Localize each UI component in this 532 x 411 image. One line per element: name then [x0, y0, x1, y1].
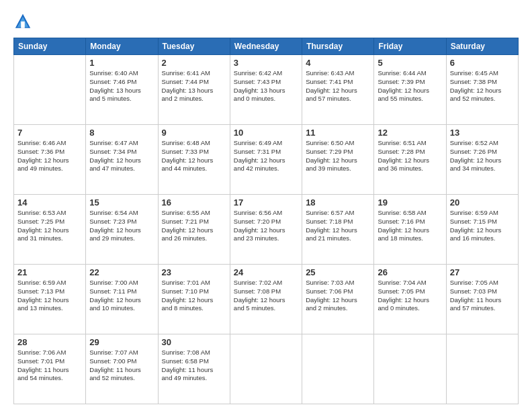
logo-icon	[13, 12, 32, 31]
header	[13, 12, 519, 31]
cell-content: Sunrise: 6:55 AM Sunset: 7:21 PM Dayligh…	[162, 209, 226, 243]
day-number: 30	[162, 337, 226, 347]
day-number: 6	[450, 58, 515, 68]
calendar-cell: 21Sunrise: 6:59 AM Sunset: 7:13 PM Dayli…	[14, 265, 86, 334]
calendar-cell	[374, 334, 446, 404]
weekday-header-friday: Friday	[374, 38, 446, 55]
cell-content: Sunrise: 6:56 AM Sunset: 7:20 PM Dayligh…	[234, 209, 298, 243]
week-row-5: 28Sunrise: 7:06 AM Sunset: 7:01 PM Dayli…	[14, 334, 519, 404]
week-row-2: 7Sunrise: 6:46 AM Sunset: 7:36 PM Daylig…	[14, 125, 519, 195]
cell-content: Sunrise: 7:05 AM Sunset: 7:03 PM Dayligh…	[450, 279, 515, 313]
weekday-header-sunday: Sunday	[14, 38, 86, 55]
cell-content: Sunrise: 6:54 AM Sunset: 7:23 PM Dayligh…	[89, 209, 154, 243]
cell-content: Sunrise: 6:40 AM Sunset: 7:46 PM Dayligh…	[89, 69, 154, 103]
logo	[13, 12, 35, 31]
day-number: 25	[306, 267, 370, 277]
calendar-cell: 26Sunrise: 7:04 AM Sunset: 7:05 PM Dayli…	[374, 265, 446, 334]
day-number: 20	[450, 197, 515, 208]
calendar-cell	[446, 334, 518, 404]
cell-content: Sunrise: 6:41 AM Sunset: 7:44 PM Dayligh…	[162, 69, 226, 103]
cell-content: Sunrise: 6:50 AM Sunset: 7:29 PM Dayligh…	[306, 139, 370, 173]
svg-rect-2	[21, 21, 25, 28]
calendar-cell: 7Sunrise: 6:46 AM Sunset: 7:36 PM Daylig…	[14, 125, 86, 195]
cell-content: Sunrise: 6:45 AM Sunset: 7:38 PM Dayligh…	[450, 69, 515, 103]
calendar-cell	[230, 334, 302, 404]
day-number: 3	[234, 58, 298, 68]
day-number: 28	[17, 337, 82, 347]
weekday-header-tuesday: Tuesday	[158, 38, 230, 55]
calendar-cell	[14, 55, 86, 125]
cell-content: Sunrise: 6:59 AM Sunset: 7:13 PM Dayligh…	[17, 279, 82, 313]
cell-content: Sunrise: 7:03 AM Sunset: 7:06 PM Dayligh…	[306, 279, 370, 313]
calendar-cell: 19Sunrise: 6:58 AM Sunset: 7:16 PM Dayli…	[374, 195, 446, 265]
cell-content: Sunrise: 6:59 AM Sunset: 7:15 PM Dayligh…	[450, 209, 515, 243]
week-row-1: 1Sunrise: 6:40 AM Sunset: 7:46 PM Daylig…	[14, 55, 519, 125]
day-number: 5	[378, 58, 442, 68]
day-number: 2	[162, 58, 226, 68]
calendar-cell: 6Sunrise: 6:45 AM Sunset: 7:38 PM Daylig…	[446, 55, 518, 125]
calendar-cell: 2Sunrise: 6:41 AM Sunset: 7:44 PM Daylig…	[158, 55, 230, 125]
calendar-cell: 5Sunrise: 6:44 AM Sunset: 7:39 PM Daylig…	[374, 55, 446, 125]
calendar-cell: 4Sunrise: 6:43 AM Sunset: 7:41 PM Daylig…	[302, 55, 374, 125]
calendar-cell: 18Sunrise: 6:57 AM Sunset: 7:18 PM Dayli…	[302, 195, 374, 265]
day-number: 13	[450, 128, 515, 138]
calendar-cell	[302, 334, 374, 404]
calendar-cell: 15Sunrise: 6:54 AM Sunset: 7:23 PM Dayli…	[86, 195, 158, 265]
cell-content: Sunrise: 7:07 AM Sunset: 7:00 PM Dayligh…	[89, 349, 154, 383]
day-number: 10	[234, 128, 298, 138]
calendar-cell: 8Sunrise: 6:47 AM Sunset: 7:34 PM Daylig…	[86, 125, 158, 195]
cell-content: Sunrise: 6:43 AM Sunset: 7:41 PM Dayligh…	[306, 69, 370, 103]
calendar-cell: 12Sunrise: 6:51 AM Sunset: 7:28 PM Dayli…	[374, 125, 446, 195]
cell-content: Sunrise: 6:51 AM Sunset: 7:28 PM Dayligh…	[378, 139, 442, 173]
calendar-cell: 1Sunrise: 6:40 AM Sunset: 7:46 PM Daylig…	[86, 55, 158, 125]
calendar-cell: 29Sunrise: 7:07 AM Sunset: 7:00 PM Dayli…	[86, 334, 158, 404]
calendar-cell: 30Sunrise: 7:08 AM Sunset: 6:58 PM Dayli…	[158, 334, 230, 404]
page: SundayMondayTuesdayWednesdayThursdayFrid…	[0, 0, 532, 411]
cell-content: Sunrise: 6:47 AM Sunset: 7:34 PM Dayligh…	[89, 139, 154, 173]
cell-content: Sunrise: 7:08 AM Sunset: 6:58 PM Dayligh…	[162, 349, 226, 383]
cell-content: Sunrise: 6:52 AM Sunset: 7:26 PM Dayligh…	[450, 139, 515, 173]
calendar-cell: 24Sunrise: 7:02 AM Sunset: 7:08 PM Dayli…	[230, 265, 302, 334]
calendar-cell: 20Sunrise: 6:59 AM Sunset: 7:15 PM Dayli…	[446, 195, 518, 265]
calendar-cell: 9Sunrise: 6:48 AM Sunset: 7:33 PM Daylig…	[158, 125, 230, 195]
calendar-cell: 22Sunrise: 7:00 AM Sunset: 7:11 PM Dayli…	[86, 265, 158, 334]
cell-content: Sunrise: 6:57 AM Sunset: 7:18 PM Dayligh…	[306, 209, 370, 243]
day-number: 17	[234, 197, 298, 208]
day-number: 11	[306, 128, 370, 138]
weekday-header-row: SundayMondayTuesdayWednesdayThursdayFrid…	[14, 38, 519, 55]
day-number: 21	[17, 267, 82, 277]
calendar-cell: 23Sunrise: 7:01 AM Sunset: 7:10 PM Dayli…	[158, 265, 230, 334]
day-number: 18	[306, 197, 370, 208]
weekday-header-wednesday: Wednesday	[230, 38, 302, 55]
cell-content: Sunrise: 7:00 AM Sunset: 7:11 PM Dayligh…	[89, 279, 154, 313]
cell-content: Sunrise: 7:01 AM Sunset: 7:10 PM Dayligh…	[162, 279, 226, 313]
day-number: 9	[162, 128, 226, 138]
day-number: 26	[378, 267, 442, 277]
calendar-cell: 25Sunrise: 7:03 AM Sunset: 7:06 PM Dayli…	[302, 265, 374, 334]
cell-content: Sunrise: 6:46 AM Sunset: 7:36 PM Dayligh…	[17, 139, 82, 173]
calendar-cell: 10Sunrise: 6:49 AM Sunset: 7:31 PM Dayli…	[230, 125, 302, 195]
day-number: 15	[89, 197, 154, 208]
week-row-3: 14Sunrise: 6:53 AM Sunset: 7:25 PM Dayli…	[14, 195, 519, 265]
day-number: 29	[89, 337, 154, 347]
calendar-table: SundayMondayTuesdayWednesdayThursdayFrid…	[13, 38, 519, 404]
calendar-cell: 11Sunrise: 6:50 AM Sunset: 7:29 PM Dayli…	[302, 125, 374, 195]
day-number: 8	[89, 128, 154, 138]
cell-content: Sunrise: 7:04 AM Sunset: 7:05 PM Dayligh…	[378, 279, 442, 313]
cell-content: Sunrise: 6:48 AM Sunset: 7:33 PM Dayligh…	[162, 139, 226, 173]
weekday-header-thursday: Thursday	[302, 38, 374, 55]
cell-content: Sunrise: 6:44 AM Sunset: 7:39 PM Dayligh…	[378, 69, 442, 103]
day-number: 23	[162, 267, 226, 277]
cell-content: Sunrise: 6:58 AM Sunset: 7:16 PM Dayligh…	[378, 209, 442, 243]
day-number: 22	[89, 267, 154, 277]
cell-content: Sunrise: 6:53 AM Sunset: 7:25 PM Dayligh…	[17, 209, 82, 243]
calendar-cell: 3Sunrise: 6:42 AM Sunset: 7:43 PM Daylig…	[230, 55, 302, 125]
calendar-cell: 13Sunrise: 6:52 AM Sunset: 7:26 PM Dayli…	[446, 125, 518, 195]
calendar-cell: 27Sunrise: 7:05 AM Sunset: 7:03 PM Dayli…	[446, 265, 518, 334]
calendar-cell: 16Sunrise: 6:55 AM Sunset: 7:21 PM Dayli…	[158, 195, 230, 265]
day-number: 14	[17, 197, 82, 208]
week-row-4: 21Sunrise: 6:59 AM Sunset: 7:13 PM Dayli…	[14, 265, 519, 334]
cell-content: Sunrise: 7:02 AM Sunset: 7:08 PM Dayligh…	[234, 279, 298, 313]
cell-content: Sunrise: 6:42 AM Sunset: 7:43 PM Dayligh…	[234, 69, 298, 103]
day-number: 4	[306, 58, 370, 68]
